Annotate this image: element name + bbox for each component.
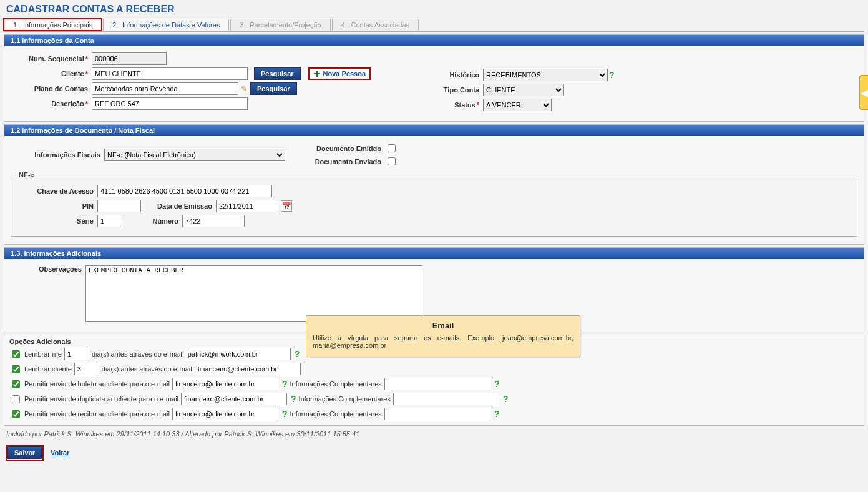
lembrar-me-label: Lembrar-me [24,350,62,358]
help-icon[interactable]: ? [282,409,288,419]
cliente-label: Cliente* [11,70,92,77]
calendar-icon[interactable]: 📅 [281,200,292,212]
help-icon[interactable]: ? [494,379,500,389]
pencil-icon[interactable]: ✎ [241,84,248,94]
lembrar-me-email[interactable] [185,348,291,360]
lembrar-cliente-email[interactable] [195,363,301,375]
duplicata-email[interactable] [181,393,287,405]
descricao-input[interactable] [92,97,248,110]
salvar-button[interactable]: Salvar [7,446,42,459]
boleto-info-comp[interactable] [384,378,490,390]
tooltip-title: Email [313,320,573,334]
tab-datas-valores[interactable]: 2 - Informações de Datas e Valores [103,19,229,31]
boleto-label: Permitir envio de boleto ao cliente para… [24,380,170,388]
help-icon[interactable]: ? [609,70,615,80]
pin-label: PIN [16,202,97,210]
tipoconta-select[interactable]: CLIENTE [483,84,564,96]
help-icon[interactable]: ? [494,409,500,419]
help-icon[interactable]: ? [503,394,509,404]
data-emissao-input[interactable] [216,200,278,212]
info-comp-label: Informações Complementares [290,380,382,388]
doc-emitido-checkbox[interactable] [388,144,396,152]
info-comp-label: Informações Complementares [290,410,382,418]
recibo-label: Permitir envio de recibo ao cliente para… [24,410,170,418]
section-1-3-head: 1.3. Informações Adicionais [4,248,864,259]
help-icon[interactable]: ? [291,394,296,404]
tipoconta-label: Tipo Conta [433,86,483,94]
descricao-label: Descrição* [11,100,92,107]
tab-parcelamento[interactable]: 3 - Parcelamento/Projeção [230,19,330,31]
info-fiscais-label: Informações Fiscais [11,151,104,159]
tab-contas-associadas[interactable]: 4 - Contas Associadas [332,19,419,31]
doc-enviado-checkbox[interactable] [388,157,396,165]
info-comp-label: Informações Complementares [299,395,391,403]
historico-label: Histórico [433,71,483,79]
doc-emitido-label: Documento Emitido [304,145,385,152]
duplicata-label: Permitir envio de duplicata ao cliente p… [24,395,178,403]
status-label: Status* [433,101,483,109]
recibo-info-comp[interactable] [384,408,490,420]
side-drawer-tab[interactable]: ◀ [859,75,868,110]
nfe-legend: NF-e [16,171,36,179]
chevron-left-icon: ◀ [861,87,868,99]
cliente-input[interactable] [92,67,248,80]
lembrar-cliente-label: Lembrar cliente [24,365,72,373]
lembrar-cliente-label2: dia(s) antes através do e-mail [102,365,192,373]
voltar-link[interactable]: Voltar [51,449,69,456]
help-icon[interactable]: ? [282,379,288,389]
page-title: CADASTRAR CONTAS A RECEBER [6,4,864,15]
status-select[interactable]: A VENCER [483,99,552,111]
data-emissao-label: Data de Emissão [141,202,216,210]
numero-label: Número [122,217,182,225]
recibo-email[interactable] [172,408,278,420]
info-fiscais-select[interactable]: NF-e (Nota Fiscal Eletrônica) [104,149,285,161]
lembrar-cliente-days[interactable] [74,363,99,375]
section-1-1-head: 1.1 Informações da Conta [4,35,864,46]
lembrar-me-checkbox[interactable] [12,350,20,358]
pesquisar-plano-button[interactable]: Pesquisar [250,82,297,95]
nfe-fieldset: NF-e Chave de Acesso PIN Data de Emissão… [11,171,857,237]
duplicata-checkbox[interactable] [12,395,20,403]
lembrar-cliente-checkbox[interactable] [12,365,20,373]
nova-pessoa-link[interactable]: Nova Pessoa [308,67,371,80]
chave-input[interactable] [97,185,272,197]
plus-icon [313,70,321,77]
doc-enviado-label: Documento Enviado [304,158,385,165]
tooltip-body: Utilize a vírgula para separar os e-mail… [313,334,573,349]
recibo-checkbox[interactable] [12,410,20,418]
plano-input[interactable] [92,82,238,95]
duplicata-info-comp[interactable] [393,393,499,405]
tab-info-principais[interactable]: 1 - Informações Principais [4,19,102,31]
help-icon[interactable]: ? [295,349,300,359]
plano-label: Plano de Contas [11,85,92,92]
numseq-label: Num. Sequencial* [11,55,92,62]
numero-input[interactable] [182,215,245,227]
pin-input[interactable] [97,200,141,212]
numseq-input[interactable] [92,52,167,65]
obs-label: Observações [11,265,85,273]
section-1-2-head: 1.2 Informações de Documento / Nota Fisc… [4,125,864,136]
boleto-email[interactable] [172,378,278,390]
serie-input[interactable] [97,215,122,227]
pesquisar-cliente-button[interactable]: Pesquisar [254,67,301,80]
obs-textarea[interactable] [85,265,422,322]
lembrar-me-days[interactable] [64,348,89,360]
chave-label: Chave de Acesso [16,187,97,195]
email-tooltip: Email Utilize a vírgula para separar os … [306,315,580,357]
lembrar-me-label2: dia(s) antes através do e-mail [92,350,182,358]
serie-label: Série [16,217,97,225]
svg-rect-1 [314,73,320,74]
boleto-checkbox[interactable] [12,380,20,388]
tab-bar: 1 - Informações Principais 2 - Informaçõ… [4,19,864,32]
audit-text: Incluído por Patrick S. Winnikes em 29/1… [4,426,864,441]
historico-select[interactable]: RECEBIMENTOS [483,69,608,81]
